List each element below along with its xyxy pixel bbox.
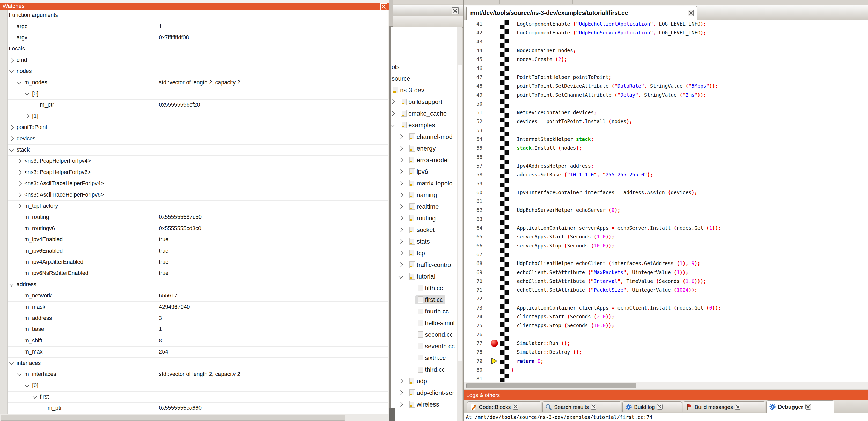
code-area[interactable]: 41 LogComponentEnable ("UdpEchoClientApp… [464,20,868,382]
watch-row[interactable]: m_mask4294967040 [0,301,388,313]
line-number[interactable]: 72 [466,296,483,301]
expand-icon[interactable] [398,169,403,174]
code-line-72[interactable]: 72 [464,294,868,303]
code-line-52[interactable]: 52 devices = pointToPoint.Install (nodes… [464,117,868,126]
collapse-icon[interactable] [9,147,14,152]
watch-row[interactable]: m_ptr0x55555556cf20 [0,99,388,111]
code-line-67[interactable]: 67 [464,250,868,259]
code-line-62[interactable]: 62 UdpEchoServerHelper echoServer (9); [464,205,868,215]
line-number[interactable]: 64 [466,225,483,231]
code-line-63[interactable]: 63 [464,215,868,223]
line-number[interactable]: 54 [466,136,483,142]
code-line-46[interactable]: 46 [464,64,868,73]
tree-item-ipv6[interactable]: ipv6 [391,166,457,177]
expand-icon[interactable] [25,114,29,119]
code-line-41[interactable]: 41 LogComponentEnable ("UdpEchoClientApp… [464,20,868,28]
tree-item-energy[interactable]: energy [391,142,457,154]
code-line-77[interactable]: 77 Simulator::Run (); [464,339,868,348]
line-number[interactable]: 48 [466,83,483,89]
code-line-56[interactable]: 56 [464,153,868,161]
code-line-42[interactable]: 42 LogComponentEnable ("UdpEchoServerApp… [464,28,868,37]
logs-tab-search-results[interactable]: Search results [542,401,621,412]
expand-icon[interactable] [398,239,403,244]
code-line-54[interactable]: 54 InternetStackHelper stack; [464,135,868,143]
collapse-icon[interactable] [17,371,22,376]
line-number[interactable]: 61 [466,198,483,204]
tree-item-seventh-cc[interactable]: seventh.cc [391,340,457,352]
line-number[interactable]: 78 [466,349,483,355]
code-line-69[interactable]: 69 echoClient.SetAttribute ("MaxPackets"… [464,268,868,277]
tree-item-naming[interactable]: naming [391,189,457,201]
watch-row[interactable]: cmd [0,55,388,66]
logs-titlebar[interactable]: Logs & others [464,390,868,400]
expand-icon[interactable] [398,390,403,395]
code-line-66[interactable]: 66 serverApps.Stop (Seconds (10.0)); [464,241,868,250]
tree-item-stats[interactable]: stats [391,235,457,247]
code-line-43[interactable]: 43 [464,37,868,46]
watch-row[interactable]: m_shift8 [0,335,388,347]
tree-item-udp-client-ser[interactable]: udp-client-ser [391,387,457,398]
code-line-49[interactable]: 49 pointToPoint.SetChannelAttribute ("De… [464,90,868,99]
watch-row[interactable]: <ns3::PcapHelperForIpv6> [0,167,388,178]
code-line-74[interactable]: 74 clientApps.Start (Seconds (2.0)); [464,312,868,321]
watch-row[interactable]: first [0,391,388,402]
collapse-icon[interactable] [25,91,29,95]
code-line-59[interactable]: 59 [464,179,868,188]
tree-item-first-cc[interactable]: first.cc [391,294,457,305]
tree-item-traffic-contro[interactable]: traffic-contro [391,259,457,270]
code-line-70[interactable]: 70 echoClient.SetAttribute ("Interval", … [464,277,868,286]
code-line-55[interactable]: 55 stack.Install (nodes); [464,143,868,152]
watch-row[interactable]: interfaces [0,357,388,369]
line-number[interactable]: 55 [466,145,483,151]
watch-row[interactable]: stack [0,144,388,156]
current-line-arrow-icon[interactable] [491,357,501,365]
logs-tab-build-messages[interactable]: Build messages [683,401,765,412]
tree-item-hello-simul[interactable]: hello-simul [391,317,457,329]
expand-icon[interactable] [9,125,14,130]
watch-row[interactable]: m_routingv60x5555555cd3c0 [0,223,388,234]
line-number[interactable]: 46 [466,65,483,71]
expand-icon[interactable] [398,402,403,407]
watch-row[interactable]: <ns3::PcapHelperForIpv4> [0,155,388,167]
line-number[interactable]: 67 [466,252,483,257]
line-number[interactable]: 44 [466,47,483,53]
close-icon[interactable] [688,10,694,16]
tree-item-realtime[interactable]: realtime [391,201,457,212]
line-number[interactable]: 79 [466,358,483,364]
code-line-75[interactable]: 75 clientApps.Stop (Seconds (10.0)); [464,321,868,330]
tree-item-channel-mod[interactable]: channel-mod [391,131,457,142]
tree-item-ns-3-dev[interactable]: ns-3-dev [391,84,457,96]
collapse-icon[interactable] [9,360,14,365]
watch-row[interactable]: m_ptr0x5555555ca660 [0,402,388,414]
watch-row[interactable]: address [0,279,388,290]
watch-row[interactable]: [0] [0,380,388,391]
expand-icon[interactable] [391,99,395,104]
line-number[interactable]: 49 [466,92,483,98]
line-number[interactable]: 50 [466,101,483,106]
tree-item-third-cc[interactable]: third.cc [391,364,457,375]
expand-icon[interactable] [398,251,403,255]
tree-item-fourth-cc[interactable]: fourth.cc [391,305,457,317]
tree-item-cmake-cache[interactable]: cmake_cache [391,107,457,119]
line-number[interactable]: 59 [466,181,483,187]
gutter-checker[interactable] [500,20,509,382]
code-line-50[interactable]: 50 [464,99,868,108]
line-number[interactable]: 43 [466,39,483,44]
close-icon[interactable] [380,3,387,10]
expand-icon[interactable] [9,58,14,62]
tree-item-udp[interactable]: udp [391,375,457,387]
watch-row[interactable]: argv0x7fffffffdf08 [0,32,388,43]
tree-item-examples[interactable]: examples [391,119,457,131]
line-number[interactable]: 57 [466,163,483,169]
close-icon[interactable] [805,404,811,410]
code-line-61[interactable]: 61 [464,197,868,205]
line-number[interactable]: 63 [466,216,483,222]
logs-tab-build-log[interactable]: Build log [622,401,682,412]
tree-item-ols[interactable]: ols [391,61,457,73]
line-number[interactable]: 70 [466,278,483,284]
expand-icon[interactable] [391,111,395,116]
logs-tab-code-blocks[interactable]: Code::Blocks [467,401,541,412]
editor-hscrollbar-thumb[interactable] [466,383,637,388]
expand-icon[interactable] [398,158,403,162]
watch-row[interactable]: <ns3::AsciiTraceHelperForIpv4> [0,178,388,189]
